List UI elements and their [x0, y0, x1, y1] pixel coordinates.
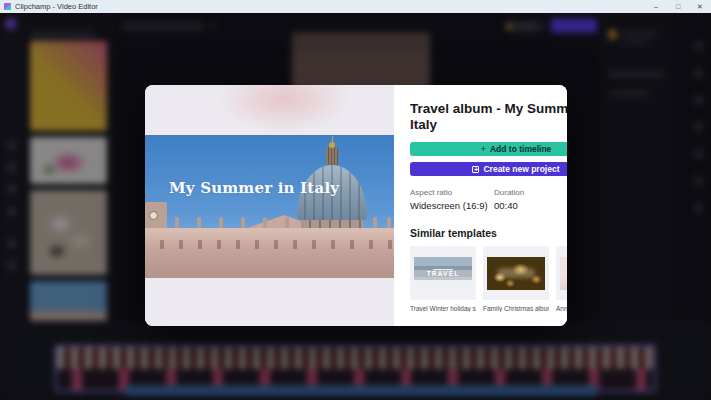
template-meta: Aspect ratio Widescreen (16:9) Duration …	[410, 188, 567, 211]
template-caption: Travel Winter holiday slideshow	[410, 305, 476, 312]
template-details-panel: ✕ Travel album - My Summer in Italy + Ad…	[394, 85, 567, 326]
add-to-timeline-label: Add to timeline	[490, 144, 551, 154]
statue-decor	[263, 217, 267, 228]
statue-decor	[241, 217, 245, 228]
template-preview-modal: My Summer in Italy ✕ Travel album - My S…	[145, 85, 567, 326]
template-caption: Family Christmas album - gol...	[483, 305, 549, 312]
maximize-button[interactable]: □	[667, 0, 689, 13]
window-controls: – □ ✕	[645, 0, 711, 13]
thumb-travel-text: TRAVEL	[427, 271, 460, 278]
duration-label: Duration	[494, 188, 524, 197]
close-window-button[interactable]: ✕	[689, 0, 711, 13]
building-facade-decor	[145, 228, 394, 278]
dome-ball-decor	[329, 142, 335, 148]
template-thumb-winter: TRAVEL	[414, 257, 472, 290]
template-caption: Anniv...	[556, 305, 567, 312]
template-thumb-anniversary	[560, 257, 567, 290]
statue-decor	[197, 217, 201, 228]
aspect-ratio-value: Widescreen (16:9)	[410, 200, 494, 211]
clock-decor	[149, 211, 158, 220]
window-title: Clipchamp - Video Editor	[15, 2, 98, 11]
dome-lantern-decor	[326, 147, 338, 165]
statue-decor	[175, 217, 179, 228]
window-titlebar: Clipchamp - Video Editor – □ ✕	[0, 0, 711, 13]
template-video-preview: My Summer in Italy	[145, 85, 394, 326]
create-new-project-button[interactable]: + Create new project	[410, 162, 567, 176]
add-to-timeline-button[interactable]: + Add to timeline	[410, 142, 567, 156]
statue-decor	[373, 217, 377, 228]
clipchamp-logo-icon	[4, 3, 11, 10]
statue-decor	[285, 217, 289, 228]
aspect-ratio-label: Aspect ratio	[410, 188, 494, 197]
duration-value: 00:40	[494, 200, 524, 211]
building-windows-decor	[145, 240, 394, 249]
template-video-frame[interactable]: My Summer in Italy	[145, 135, 394, 278]
new-project-icon: +	[472, 166, 479, 173]
similar-templates-row: TRAVEL Travel Winter holiday slideshow F…	[410, 246, 567, 312]
statue-decor	[219, 217, 223, 228]
minimize-button[interactable]: –	[645, 0, 667, 13]
template-title: Travel album - My Summer in Italy	[410, 101, 567, 133]
similar-template-card[interactable]: Anniv...	[556, 246, 567, 312]
statue-decor	[387, 217, 391, 228]
similar-template-card[interactable]: Family Christmas album - gol...	[483, 246, 549, 312]
preview-title-text: My Summer in Italy	[169, 179, 339, 197]
similar-templates-heading: Similar templates	[410, 227, 567, 239]
plus-icon: +	[481, 145, 486, 154]
clipchamp-window: Clipchamp - Video Editor – □ ✕ ✎	[0, 0, 711, 400]
dome-cross-decor	[332, 136, 334, 142]
create-new-project-label: Create new project	[483, 164, 559, 174]
template-thumb-christmas	[487, 257, 545, 290]
similar-template-card[interactable]: TRAVEL Travel Winter holiday slideshow	[410, 246, 476, 312]
